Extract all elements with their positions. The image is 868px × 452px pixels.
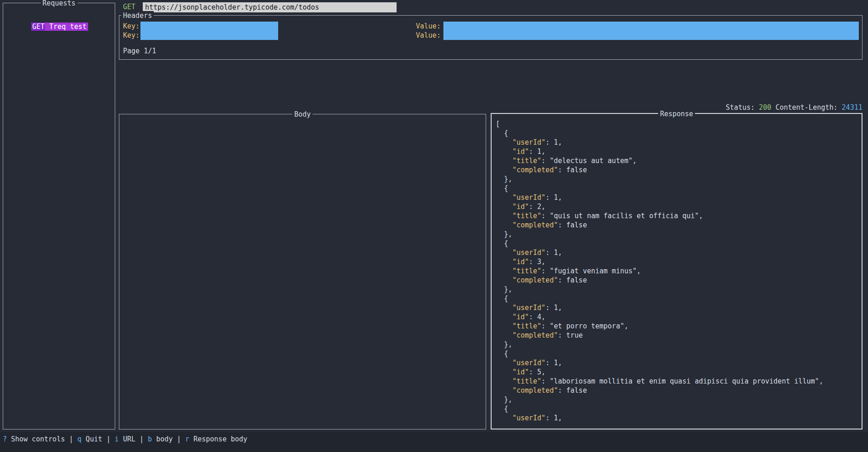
request-list-item[interactable]: GETTreq test <box>6 13 88 22</box>
body-panel: Body <box>119 114 486 429</box>
hint-key: b <box>148 435 152 443</box>
content-length-value: 24311 <box>842 103 862 112</box>
headers-page-indicator: Page 1/1 <box>123 46 156 56</box>
hint-separator: | <box>65 435 77 443</box>
response-panel: Response [ { "userId": 1, "id": 1, "titl… <box>491 113 862 429</box>
response-json[interactable]: [ { "userId": 1, "id": 1, "title": "dele… <box>492 114 862 429</box>
json-line: { <box>496 404 858 413</box>
json-line: "title": "et porro tempora", <box>496 322 858 331</box>
json-line: "userId": 1, <box>496 303 858 312</box>
hint-key: ? <box>3 435 7 443</box>
hint-label: Response body <box>189 435 247 443</box>
json-line: "id": 2, <box>496 202 858 211</box>
footer-bar: ? Show controls | q Quit | i URL | b bod… <box>0 432 868 452</box>
json-line: "title": "fugiat veniam minus", <box>496 266 858 276</box>
hint-label: body <box>152 435 173 443</box>
json-line: "id": 5, <box>496 367 858 377</box>
json-line: "title": "quis ut nam facilis et officia… <box>496 211 858 220</box>
header-value-input-1[interactable] <box>443 22 859 31</box>
hint-separator: | <box>135 435 148 443</box>
json-line: "userId": 1, <box>496 413 858 423</box>
hint-key: q <box>78 435 82 443</box>
hint-label: Quit <box>82 435 102 443</box>
json-line: { <box>496 184 858 193</box>
hint-separator: | <box>102 435 115 443</box>
requests-panel-title: Requests <box>40 0 77 8</box>
json-line: }, <box>496 340 858 349</box>
json-line: "userId": 1, <box>496 138 858 147</box>
json-line: }, <box>496 230 858 239</box>
json-line: "title": "delectus aut autem", <box>496 156 858 165</box>
content-length-label: Content-Length: <box>775 103 837 112</box>
json-line: { <box>496 129 858 138</box>
json-line: "completed": false <box>496 276 858 285</box>
json-line: "title": "laboriosam mollitia et enim qu… <box>496 377 858 386</box>
hint-label: Show controls <box>7 435 65 443</box>
headers-panel: Headers Key: Value: Key: Value: Page 1/1 <box>119 15 862 60</box>
json-line: }, <box>496 395 858 404</box>
requests-panel: Requests GETTreq test <box>3 3 115 429</box>
json-line: "completed": true <box>496 331 858 340</box>
json-line: "id": 3, <box>496 257 858 266</box>
request-method-label: GET <box>123 2 135 11</box>
request-item-name: Treq test <box>45 23 88 31</box>
status-code: 200 <box>759 103 771 112</box>
json-line: "completed": false <box>496 220 858 230</box>
header-value-label-1: Value: <box>416 22 441 31</box>
header-value-input-2[interactable] <box>443 31 859 40</box>
json-line: }, <box>496 285 858 294</box>
header-key-input-1[interactable] <box>140 22 278 31</box>
headers-panel-title: Headers <box>121 11 154 20</box>
header-key-label-1: Key: <box>123 22 140 31</box>
json-line: "id": 1, <box>496 147 858 156</box>
footer-hints: ? Show controls | q Quit | i URL | b bod… <box>3 435 868 444</box>
json-line: "id": 4, <box>496 312 858 322</box>
json-line: [ <box>496 119 858 129</box>
app-root: Requests GETTreq test GET Headers Key: V… <box>0 0 868 452</box>
json-line: { <box>496 349 858 358</box>
json-line: "userId": 1, <box>496 248 858 257</box>
status-line: Status: 200 Content-Length: 24311 <box>726 103 862 112</box>
json-line: { <box>496 294 858 303</box>
json-line: "userId": 1, <box>496 193 858 202</box>
json-line: "completed": false <box>496 386 858 395</box>
body-editor[interactable] <box>119 114 486 429</box>
header-key-label-2: Key: <box>123 31 140 40</box>
header-value-label-2: Value: <box>416 31 441 40</box>
json-line: }, <box>496 175 858 184</box>
hint-key: i <box>115 435 119 443</box>
hint-label: URL <box>119 435 135 443</box>
json-line: "userId": 1, <box>496 358 858 367</box>
json-line: { <box>496 239 858 248</box>
url-input[interactable] <box>143 2 397 12</box>
request-item-method: GET <box>31 23 45 31</box>
hint-separator: | <box>173 435 185 443</box>
status-label: Status: <box>726 103 755 112</box>
header-key-input-2[interactable] <box>140 31 278 40</box>
json-line: "completed": false <box>496 165 858 175</box>
